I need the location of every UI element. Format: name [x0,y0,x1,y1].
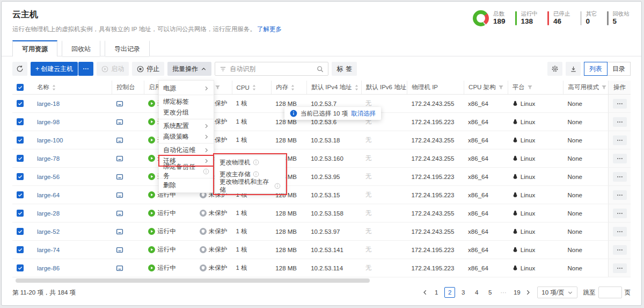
console-icon[interactable] [116,100,123,108]
page-button-5[interactable]: 5 [485,287,495,298]
column-label: 内存 [276,83,288,91]
create-vm-button[interactable]: + 创建云主机 [31,62,78,76]
sort-icon[interactable] [290,84,295,91]
horizontal-scrollbar-thumb[interactable] [16,278,370,283]
row-actions-button[interactable] [613,209,627,218]
tab-recycle-bin[interactable]: 回收站 [62,40,100,56]
cell-platform: Linux [508,95,564,112]
console-icon[interactable] [116,228,123,235]
select-all-checkbox[interactable] [17,84,24,91]
row-actions-button[interactable] [613,135,627,145]
console-icon[interactable] [116,191,123,199]
running-icon [148,264,155,271]
sort-icon[interactable] [52,84,56,91]
menu-item-系统配置[interactable]: 系统配置 [159,120,214,131]
export-button[interactable] [566,62,581,76]
refresh-button[interactable] [12,62,27,76]
console-icon[interactable] [116,210,123,217]
create-more-button[interactable] [78,62,93,76]
batch-operations-button[interactable]: 批量操作 [167,62,211,76]
row-actions-button[interactable] [613,99,627,109]
row-actions-button[interactable] [613,154,627,163]
sort-icon[interactable] [354,84,359,91]
row-actions-button[interactable] [613,117,627,127]
row-checkbox[interactable] [17,210,24,217]
stop-button[interactable]: 停止 [132,62,164,76]
menu-item-绑定标签[interactable]: 绑定标签 [159,96,214,107]
filter-icon[interactable] [527,84,533,90]
page-size-select[interactable]: 10 项/页 [537,286,577,298]
prev-page-button[interactable] [422,289,428,296]
deselect-link[interactable]: 取消选择 [351,110,376,118]
vm-name-link[interactable]: large-64 [37,192,60,198]
page-button-2[interactable]: 2 [444,287,455,298]
vm-name-link[interactable]: large-98 [37,119,60,125]
filter-icon[interactable] [601,84,607,90]
row-actions-button[interactable] [613,245,627,255]
filter-icon[interactable] [215,84,221,90]
cell-host-ip: 172.24.195.223 [407,113,464,131]
vm-name-link[interactable]: large-86 [37,265,60,271]
vm-name-link[interactable]: large-74 [37,247,60,253]
menu-item-删除[interactable]: 删除 [159,180,214,190]
vm-name-link[interactable]: large-28 [37,210,60,217]
page-button-4[interactable]: 4 [471,287,482,298]
submenu-item-更改物理机[interactable]: 更改物理机 [215,156,285,168]
console-icon[interactable] [116,246,123,254]
console-icon[interactable] [116,264,123,272]
row-checkbox[interactable] [17,228,24,235]
submenu-item-更改物理机和主存储[interactable]: 更改物理机和主存储 [215,180,285,192]
row-checkbox[interactable] [17,155,24,162]
console-icon[interactable] [116,155,123,162]
row-checkbox[interactable] [17,100,24,107]
header-cell-ha: 高可用模式 [563,81,608,94]
page-button-19[interactable]: 19 [511,287,522,298]
view-list-button[interactable]: 列表 [584,62,608,76]
create-button-group: + 创建云主机 [31,62,93,76]
search-box[interactable]: 自动识别 [215,62,328,76]
menu-item-高级策略[interactable]: 高级策略 [159,131,214,142]
tab-export-records[interactable]: 导出记录 [105,40,150,56]
start-button[interactable]: 启动 [97,62,129,76]
filter-icon[interactable] [498,84,504,90]
console-icon[interactable] [116,137,123,144]
menu-item-更改分组[interactable]: 更改分组 [159,107,214,118]
row-checkbox[interactable] [17,191,24,198]
row-actions-button[interactable] [613,263,627,273]
console-icon[interactable] [116,118,123,126]
menu-item-电源[interactable]: 电源 [159,83,214,94]
row-checkbox[interactable] [17,264,24,271]
settings-button[interactable] [547,62,562,76]
jump-page-input[interactable] [598,286,622,298]
next-page-button[interactable] [525,289,531,296]
cell-select [12,204,33,222]
page-button-3[interactable]: 3 [458,287,469,298]
vm-name-link[interactable]: large-78 [37,155,60,162]
vm-name-link[interactable]: large-18 [37,101,60,107]
vm-name-link[interactable]: large-100 [37,137,63,144]
cell-console [112,149,144,167]
menu-item-绑定备份任务[interactable]: 绑定备份任务 [159,166,214,177]
console-icon[interactable] [116,173,123,181]
page-button-1[interactable]: 1 [431,287,442,298]
vm-name-link[interactable]: large-52 [37,228,60,235]
row-actions-button[interactable] [613,172,627,182]
cell-protection: 未保护 [195,241,232,259]
row-actions-button[interactable] [613,227,627,237]
cell-memory: 128 MB [271,259,306,277]
view-catalog-button[interactable]: 目录 [607,62,631,76]
tab-available[interactable]: 可用资源 [12,40,57,56]
row-actions-button[interactable] [613,190,627,200]
row-checkbox[interactable] [17,137,24,144]
cell-select [12,131,33,149]
menu-item-自动化运维[interactable]: 自动化运维 [159,145,214,155]
vm-name-link[interactable]: large-56 [37,174,60,180]
cell-select [12,186,33,204]
learn-more-link[interactable]: 了解更多 [257,26,282,32]
row-checkbox[interactable] [17,118,24,125]
sort-icon[interactable] [252,84,257,91]
row-checkbox[interactable] [17,173,24,180]
tag-button[interactable]: 标签 [332,62,357,76]
row-checkbox[interactable] [17,246,24,253]
column-label: 物理机 IP [412,83,438,91]
